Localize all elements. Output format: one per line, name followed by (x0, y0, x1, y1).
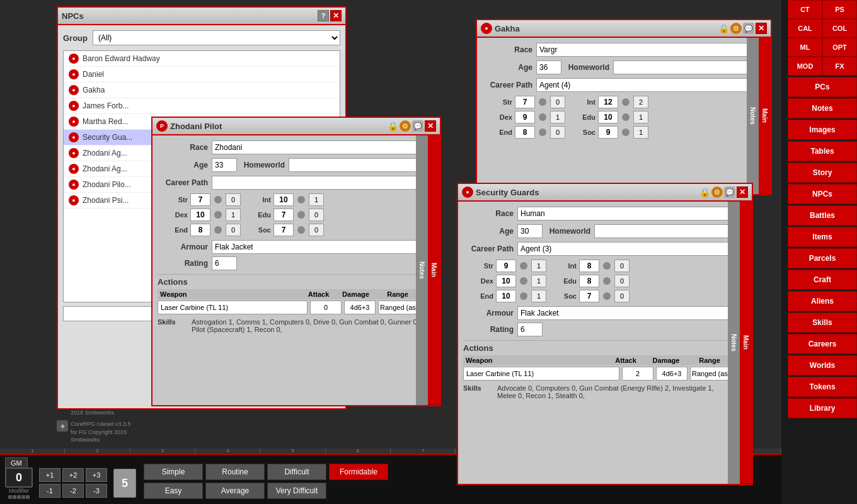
plus1-button[interactable]: +1 (39, 468, 60, 482)
security-age-input[interactable] (517, 224, 543, 238)
difficult-button[interactable]: Difficult (267, 464, 326, 480)
gakha-end-input[interactable] (515, 126, 535, 139)
sidebar-cal-button[interactable]: CAL (788, 19, 822, 38)
gakha-int-mod[interactable] (633, 96, 648, 108)
security-int-mod[interactable] (614, 260, 630, 272)
sidebar-careers-button[interactable]: Careers (788, 334, 857, 354)
gakha-soc-input[interactable] (598, 126, 618, 139)
gear-icon[interactable]: ⚙ (400, 120, 411, 132)
d5-button[interactable]: 5 (113, 469, 136, 498)
gakha-dex-input[interactable] (515, 111, 535, 123)
tab-notes[interactable]: Notes (416, 135, 428, 405)
sidebar-items-button[interactable]: Items (788, 227, 857, 247)
security-end-input[interactable] (496, 290, 516, 302)
plus3-button[interactable]: +3 (86, 468, 107, 482)
soc-input[interactable] (273, 224, 294, 236)
weapon-damage-input[interactable] (344, 301, 376, 314)
minus3-button[interactable]: -3 (86, 484, 107, 498)
routine-button[interactable]: Routine (205, 464, 265, 480)
gakha-edu-input[interactable] (598, 111, 618, 123)
end-input[interactable] (190, 224, 210, 236)
sidebar-opt-button[interactable]: OPT (822, 38, 857, 57)
dex-input[interactable] (190, 209, 210, 221)
gakha-chat-icon[interactable]: 💬 (743, 23, 754, 34)
edu-mod[interactable] (309, 209, 324, 221)
int-input[interactable] (273, 193, 294, 206)
career-input[interactable] (212, 176, 422, 190)
security-weapon-attack[interactable] (622, 367, 653, 381)
sidebar-aliens-button[interactable]: Aliens (788, 291, 857, 311)
security-soc-mod[interactable] (614, 290, 630, 302)
sidebar-ct-button[interactable]: CT (788, 0, 822, 19)
weapon-attack-input[interactable] (310, 301, 342, 314)
gakha-gear-icon[interactable]: ⚙ (730, 23, 742, 34)
str-mod[interactable] (226, 193, 241, 206)
sidebar-parcels-button[interactable]: Parcels (788, 248, 857, 268)
gakha-str-mod[interactable] (550, 96, 565, 108)
formidable-button[interactable]: Formidable (329, 464, 388, 480)
edu-input[interactable] (273, 209, 294, 221)
list-item[interactable]: ● Daniel (64, 67, 340, 83)
sidebar-ps-button[interactable]: PS (822, 0, 857, 19)
gakha-race-input[interactable] (536, 43, 753, 57)
security-str-mod[interactable] (531, 260, 546, 272)
int-mod[interactable] (309, 193, 324, 206)
security-int-input[interactable] (579, 260, 599, 272)
security-race-input[interactable] (517, 207, 734, 220)
sidebar-npcs-button[interactable]: NPCs (788, 184, 857, 204)
weapon-name-input[interactable] (158, 301, 308, 314)
sidebar-worlds-button[interactable]: Worlds (788, 355, 857, 375)
gakha-soc-mod[interactable] (633, 126, 648, 139)
npcs-help-button[interactable]: ? (318, 10, 329, 21)
security-edu-mod[interactable] (614, 275, 630, 287)
sidebar-mod-button[interactable]: MOD (788, 57, 822, 76)
lock-icon[interactable]: 🔒 (388, 121, 398, 131)
security-weapon-name[interactable] (463, 367, 619, 381)
str-input[interactable] (190, 193, 210, 206)
security-rating-input[interactable] (517, 323, 543, 336)
sidebar-battles-button[interactable]: Battles (788, 205, 857, 226)
security-lock-icon[interactable]: 🔒 (699, 187, 710, 197)
security-str-input[interactable] (496, 260, 516, 272)
security-edu-input[interactable] (579, 275, 599, 287)
list-item[interactable]: ● Baron Edward Hadway (64, 51, 340, 67)
easy-button[interactable]: Easy (144, 483, 203, 499)
average-button[interactable]: Average (205, 483, 265, 499)
gakha-str-input[interactable] (515, 96, 535, 108)
zhodani-close-button[interactable]: ✕ (425, 120, 436, 132)
sidebar-tokens-button[interactable]: Tokens (788, 377, 857, 397)
gakha-dex-mod[interactable] (550, 111, 565, 123)
homeworld-input[interactable] (289, 158, 422, 172)
gakha-homeworld-input[interactable] (613, 60, 753, 74)
age-input[interactable] (212, 158, 237, 172)
security-career-input[interactable] (517, 242, 734, 256)
gakha-end-mod[interactable] (550, 126, 565, 139)
security-weapon-damage[interactable] (656, 367, 687, 381)
sidebar-craft-button[interactable]: Craft (788, 270, 857, 290)
race-input[interactable] (212, 140, 422, 154)
sidebar-fx-button[interactable]: FX (822, 57, 857, 76)
sidebar-skills-button[interactable]: Skills (788, 312, 857, 333)
armour-input[interactable] (212, 240, 422, 254)
security-tab-notes[interactable]: Notes (728, 202, 740, 484)
tab-main[interactable]: Main (428, 135, 440, 405)
gakha-age-input[interactable] (536, 60, 561, 74)
security-armour-input[interactable] (517, 306, 734, 320)
sidebar-story-button[interactable]: Story (788, 163, 857, 183)
minus1-button[interactable]: -1 (39, 484, 60, 498)
gakha-edu-mod[interactable] (633, 111, 648, 123)
list-item[interactable]: ● Gakha (64, 83, 340, 98)
simple-button[interactable]: Simple (144, 464, 203, 480)
security-close-button[interactable]: ✕ (737, 186, 748, 198)
security-homeworld-input[interactable] (594, 224, 734, 238)
sidebar-library-button[interactable]: Library (788, 398, 857, 418)
sidebar-notes-button[interactable]: Notes (788, 98, 857, 118)
sidebar-ml-button[interactable]: ML (788, 38, 822, 57)
minus2-button[interactable]: -2 (62, 484, 84, 498)
list-item[interactable]: ● James Forb... (64, 98, 340, 114)
security-soc-input[interactable] (579, 290, 599, 302)
sidebar-pcs-button[interactable]: PCs (788, 77, 857, 97)
security-end-mod[interactable] (531, 290, 546, 302)
rating-input[interactable] (212, 256, 237, 270)
group-select[interactable]: (All) (93, 30, 340, 45)
